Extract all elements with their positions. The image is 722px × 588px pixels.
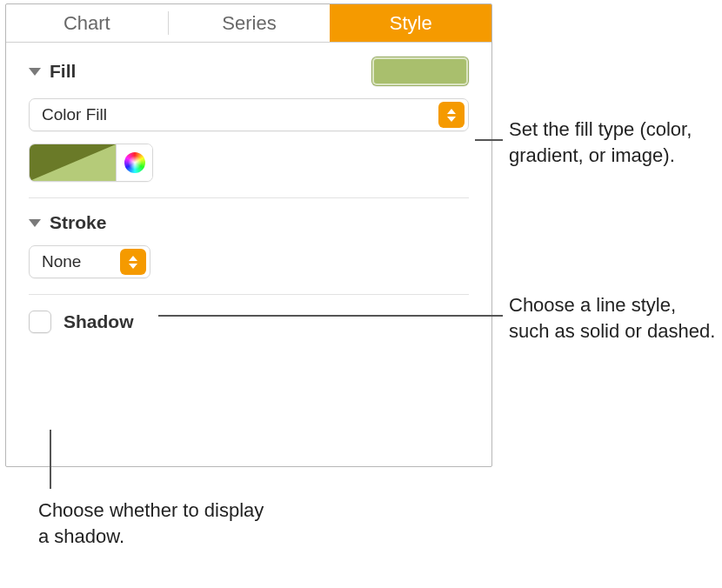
fill-title-wrap: Fill [29,61,76,82]
stroke-header: Stroke [29,212,469,233]
dropdown-label: Color Fill [30,105,438,124]
callout-stroke: Choose a line style, such as solid or da… [509,292,718,344]
tab-style[interactable]: Style [330,4,491,42]
fill-type-dropdown[interactable]: Color Fill [29,98,469,131]
callout-fill: Set the fill type (color, gradient, or i… [509,117,709,168]
fill-title: Fill [50,61,76,82]
shadow-checkbox[interactable] [29,311,51,333]
updown-arrows-icon [120,249,146,275]
stroke-section: Stroke None [6,198,491,294]
inspector-panel: Chart Series Style Fill Color Fill [5,3,492,467]
stroke-style-dropdown[interactable]: None [29,245,150,278]
tab-series[interactable]: Series [169,4,331,42]
callout-line [158,315,503,317]
color-wheel-button[interactable] [116,144,152,181]
tab-bar: Chart Series Style [6,4,491,43]
shadow-section: Shadow [6,295,491,349]
tab-label: Series [222,12,276,35]
shadow-label: Shadow [64,311,134,332]
callout-shadow: Choose whether to display a shadow. [38,498,264,549]
fill-header: Fill [29,57,469,86]
chevron-down-icon[interactable] [29,68,41,76]
fill-color-well[interactable] [371,57,469,86]
fill-section: Fill Color Fill [6,43,491,197]
callout-line [50,430,51,489]
fill-color-controls [29,144,153,182]
color-swatch-button[interactable] [30,144,116,181]
color-wheel-icon [124,152,145,173]
stroke-title-wrap: Stroke [29,212,106,233]
tab-label: Style [390,12,432,35]
chevron-down-icon[interactable] [29,219,41,227]
callout-line [475,139,503,141]
stroke-title: Stroke [50,212,106,233]
tab-chart[interactable]: Chart [6,4,168,42]
updown-arrows-icon [438,102,465,128]
tab-label: Chart [64,12,110,35]
dropdown-label: None [30,252,120,271]
